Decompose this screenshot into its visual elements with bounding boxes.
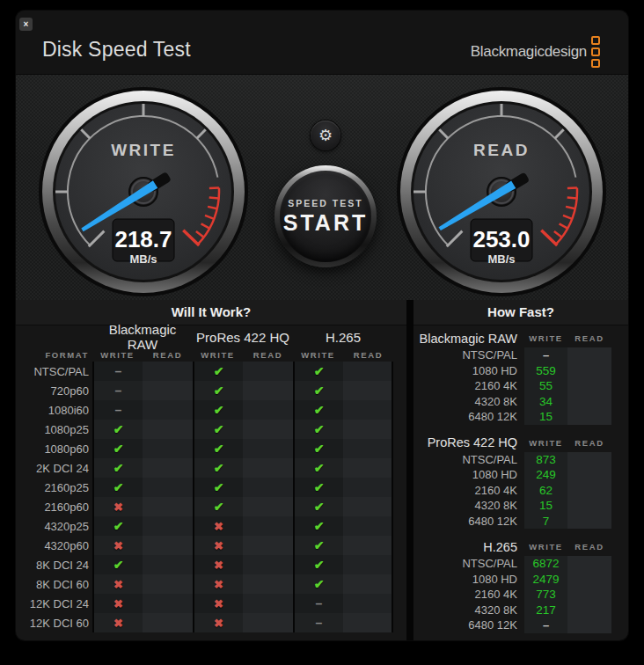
read-value-cell [567,572,611,588]
check-mark: ✔ [193,439,243,458]
format-label: 4320 8K [413,499,524,512]
check-mark: ✔ [293,497,343,516]
write-column-header: WRITE [524,542,567,552]
empty-cell [243,458,293,478]
write-column-header: WRITE [193,350,243,360]
read-value-cell [567,347,611,363]
check-mark: ✔ [293,478,343,497]
cross-mark: ✖ [92,594,143,613]
empty-cell [243,594,293,613]
dash-mark: – [293,594,343,613]
table-row: 1080p60✔✔✔ [16,439,406,458]
write-value: 34 [539,395,553,408]
write-value: 62 [539,484,553,497]
format-label: NTSC/PAL [16,365,92,378]
will-it-work-panel: Will It Work? Blackmagic RAWProRes 422 H… [16,300,406,640]
format-label: 2K DCI 24 [16,462,92,475]
empty-cell [243,497,293,516]
start-button[interactable]: SPEED TEST START [274,165,377,267]
table-row: 2K DCI 24✔✔✔ [16,458,406,478]
check-mark: ✔ [293,439,343,458]
empty-cell [143,574,193,594]
empty-cell [143,497,193,516]
table-row: NTSC/PAL873 [413,452,628,468]
empty-cell [343,613,393,632]
write-value-cell: 2479 [524,572,567,588]
page-title: Disk Speed Test [42,38,191,62]
brand-logo: Blackmagicdesign [471,32,600,72]
format-label: 6480 12K [413,515,524,528]
how-fast-section: ProRes 422 HQWRITEREADNTSC/PAL8731080 HD… [413,434,628,530]
empty-cell [243,381,293,400]
write-value-cell: 7 [524,514,567,530]
empty-cell [143,381,193,400]
write-column-header: WRITE [524,438,567,448]
format-label: 12K DCI 60 [16,617,92,630]
empty-cell [343,516,393,536]
table-row: 720p60–✔✔ [16,381,406,400]
empty-cell [243,420,293,439]
write-value-cell: 15 [524,409,567,425]
settings-button[interactable]: ⚙ [311,121,340,150]
write-value-cell: – [524,347,567,363]
table-row: 4320 8K217 [413,603,628,618]
cross-mark: ✖ [193,574,243,594]
format-label: 1080i60 [16,404,92,417]
cross-mark: ✖ [92,613,143,632]
how-fast-panel: How Fast? Blackmagic RAWWRITEREADNTSC/PA… [413,300,628,640]
table-row: 1080 HD559 [413,363,628,379]
table-row: 4320 8K34 [413,394,628,410]
start-button-face: SPEED TEST START [280,171,371,262]
check-mark: ✔ [193,381,243,400]
empty-cell [343,594,393,613]
read-value-cell [567,409,611,425]
empty-cell [143,594,193,613]
check-mark: ✔ [293,555,343,574]
empty-cell [343,420,393,439]
cross-mark: ✖ [92,497,143,516]
write-column-header: WRITE [92,350,143,360]
empty-cell [243,362,293,381]
check-mark: ✔ [193,478,243,497]
read-value-cell [567,394,611,410]
empty-cell [343,536,393,555]
write-value: 15 [539,499,553,512]
empty-cell [243,613,293,632]
format-label: 2160 4K [413,588,524,601]
dash-mark: – [293,613,343,632]
read-gauge: READ 253.0 MB/s [396,86,607,297]
empty-cell [143,613,193,632]
section-header-row: Blackmagic RAWWRITEREAD [413,329,628,347]
empty-cell [343,400,393,420]
results-area: Will It Work? Blackmagic RAWProRes 422 H… [16,300,628,640]
write-value-cell: 873 [524,452,567,468]
empty-cell [143,478,193,497]
format-label: 2160p60 [16,501,92,514]
format-label: 1080p25 [16,423,92,436]
empty-cell [143,420,193,439]
read-column-header: READ [567,333,611,343]
empty-cell [343,362,393,381]
gauge-value: 253.0 [472,226,530,252]
check-mark: ✔ [293,381,343,400]
read-column-header: READ [343,350,393,360]
empty-cell [243,478,293,497]
check-mark: ✔ [293,400,343,420]
empty-cell [343,478,393,497]
write-value-cell: 773 [524,587,567,603]
close-button[interactable]: × [19,18,33,31]
table-row: 2160 4K55 [413,378,628,394]
cross-mark: ✖ [193,536,243,555]
write-value-cell: 62 [524,483,567,499]
format-label: 2160p25 [16,481,92,494]
table-row: NTSC/PAL6872 [413,556,628,572]
will-it-work-rows: NTSC/PAL–✔✔720p60–✔✔1080i60–✔✔1080p25✔✔✔… [16,362,406,632]
format-label: 4320 8K [413,395,524,408]
start-button-subtitle: SPEED TEST [288,198,362,208]
codec-header: Blackmagic RAW [413,332,524,346]
table-row: 6480 12K15 [413,409,628,425]
screen: × Disk Speed Test Blackmagicdesign [0,0,644,665]
section-header-row: ProRes 422 HQWRITEREAD [413,434,628,452]
write-value-cell: 55 [524,378,567,394]
cross-mark: ✖ [193,555,243,574]
